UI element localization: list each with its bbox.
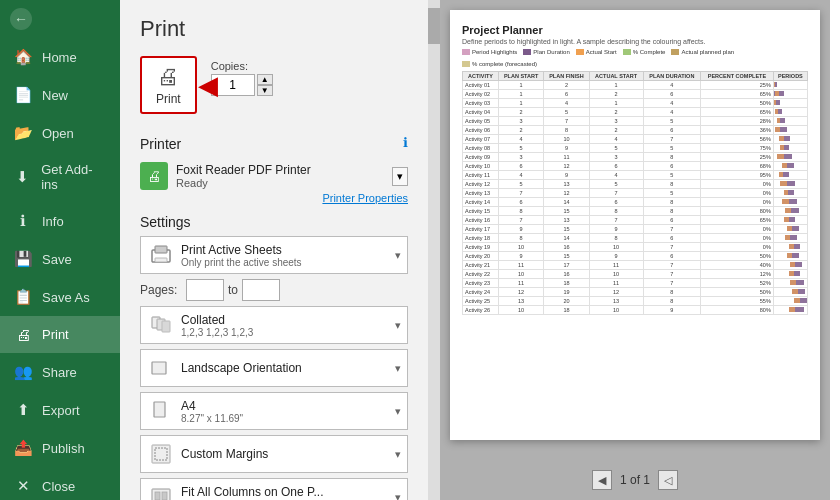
activity-cell: Activity 16 — [463, 216, 499, 225]
activity-cell: Activity 24 — [463, 288, 499, 297]
value-cell: 8 — [499, 234, 544, 243]
value-cell: 6 — [499, 198, 544, 207]
next-page-button[interactable]: ◁ — [658, 470, 678, 490]
legend-label-3: % Complete — [633, 49, 666, 55]
table-row: Activity 08595575% — [463, 144, 808, 153]
table-row: Activity 167137665% — [463, 216, 808, 225]
activity-cell: Activity 10 — [463, 162, 499, 171]
table-row: Activity 26101810980% — [463, 306, 808, 315]
value-cell: 10 — [589, 270, 643, 279]
sidebar-item-label: Home — [42, 50, 77, 65]
gantt-bar-cell — [773, 279, 807, 288]
value-cell: 11 — [544, 153, 589, 162]
gantt-bar-cell — [773, 90, 807, 99]
value-cell: 3 — [589, 117, 643, 126]
svg-rect-1 — [155, 246, 167, 253]
value-cell: 2 — [589, 90, 643, 99]
activity-cell: Activity 21 — [463, 261, 499, 270]
gantt-bar-cell — [773, 126, 807, 135]
pages-from-input[interactable] — [186, 279, 224, 301]
setting-collation[interactable]: Collated 1,2,3 1,2,3 1,2,3 ▾ — [140, 306, 408, 344]
scrollbar-thumb[interactable] — [428, 8, 440, 44]
copies-down-button[interactable]: ▼ — [257, 85, 273, 96]
setting-print-what[interactable]: Print Active Sheets Only print the activ… — [140, 236, 408, 274]
value-cell: 9 — [643, 306, 701, 315]
percent-cell: 80% — [701, 306, 774, 315]
legend-label-5: % complete (forecasted) — [472, 61, 537, 67]
gantt-bar-cell — [773, 252, 807, 261]
scrollbar-track[interactable] — [428, 0, 440, 500]
setting-orientation[interactable]: Landscape Orientation ▾ — [140, 349, 408, 387]
table-row: Activity 23111811752% — [463, 279, 808, 288]
table-row: Activity 1910161070% — [463, 243, 808, 252]
value-cell: 12 — [589, 288, 643, 297]
setting-main: Custom Margins — [181, 447, 389, 461]
setting-paper-size[interactable]: A4 8.27" x 11.69" ▾ — [140, 392, 408, 430]
printer-dropdown-button[interactable]: ▾ — [392, 167, 408, 186]
percent-cell: 50% — [701, 99, 774, 108]
value-cell: 1 — [499, 90, 544, 99]
setting-margins[interactable]: Custom Margins ▾ — [140, 435, 408, 473]
setting-main: Landscape Orientation — [181, 361, 389, 375]
table-row: Activity 18814860% — [463, 234, 808, 243]
sidebar-item-new[interactable]: 📄 New — [0, 76, 120, 114]
col-duration: PLAN DURATION — [643, 72, 701, 81]
value-cell: 7 — [499, 216, 544, 225]
copies-area: Copies: ▲ ▼ — [211, 60, 273, 96]
value-cell: 9 — [544, 144, 589, 153]
setting-scaling[interactable]: Fit All Columns on One P... Shrink the p… — [140, 478, 408, 500]
dropdown-arrow-icon: ▾ — [395, 249, 401, 262]
print-button[interactable]: 🖨 Print — [140, 56, 197, 114]
back-button[interactable]: ← — [0, 0, 120, 34]
value-cell: 10 — [499, 243, 544, 252]
sidebar-item-share[interactable]: 👥 Share — [0, 353, 120, 391]
copies-input[interactable] — [211, 74, 255, 96]
percent-cell: 28% — [701, 117, 774, 126]
legend-label-1: Plan Duration — [533, 49, 569, 55]
gantt-bar-cell — [773, 306, 807, 315]
gantt-bar-cell — [773, 216, 807, 225]
print-button-label: Print — [156, 92, 181, 106]
dropdown-arrow-icon: ▾ — [395, 491, 401, 501]
legend-color-4 — [671, 49, 679, 55]
sidebar-item-label: Publish — [42, 441, 85, 456]
table-row: Activity 17915970% — [463, 225, 808, 234]
value-cell: 1 — [589, 99, 643, 108]
printer-properties-link[interactable]: Printer Properties — [140, 192, 408, 204]
print-panel: Print 🖨 Print ◀ Copies: ▲ ▼ — [120, 0, 830, 500]
value-cell: 6 — [643, 216, 701, 225]
value-cell: 8 — [643, 180, 701, 189]
setting-margins-icon — [147, 440, 175, 468]
sidebar-item-label: Open — [42, 126, 74, 141]
prev-page-button[interactable]: ◀ — [592, 470, 612, 490]
sidebar-item-publish[interactable]: 📤 Publish — [0, 429, 120, 467]
value-cell: 8 — [643, 288, 701, 297]
value-cell: 5 — [499, 144, 544, 153]
value-cell: 2 — [589, 108, 643, 117]
sidebar-item-open[interactable]: 📂 Open — [0, 114, 120, 152]
sidebar-item-export[interactable]: ⬆ Export — [0, 391, 120, 429]
sidebar-item-info[interactable]: ℹ Info — [0, 202, 120, 240]
percent-cell: 56% — [701, 135, 774, 144]
percent-cell: 50% — [701, 252, 774, 261]
percent-cell: 80% — [701, 207, 774, 216]
percent-cell: 40% — [701, 261, 774, 270]
table-row: Activity 12513580% — [463, 180, 808, 189]
copies-up-button[interactable]: ▲ — [257, 74, 273, 85]
table-row: Activity 02162665% — [463, 90, 808, 99]
sidebar-item-print[interactable]: 🖨 Print — [0, 316, 120, 353]
sidebar-item-label: Get Add-ins — [41, 162, 106, 192]
sidebar-item-save[interactable]: 💾 Save — [0, 240, 120, 278]
sidebar-item-close[interactable]: ✕ Close — [0, 467, 120, 500]
sidebar-item-home[interactable]: 🏠 Home — [0, 38, 120, 76]
col-activity: ACTIVITY — [463, 72, 499, 81]
value-cell: 5 — [643, 117, 701, 126]
preview-doc-subtitle: Define periods to highlighted in light. … — [462, 38, 808, 45]
pages-to-input[interactable] — [242, 279, 280, 301]
print-sidebar-icon: 🖨 — [14, 326, 32, 343]
pages-to-label: to — [228, 283, 238, 297]
info-icon[interactable]: ℹ — [403, 135, 408, 150]
sidebar-item-save-as[interactable]: 📋 Save As — [0, 278, 120, 316]
value-cell: 13 — [544, 180, 589, 189]
sidebar-item-get-add-ins[interactable]: ⬇ Get Add-ins — [0, 152, 120, 202]
